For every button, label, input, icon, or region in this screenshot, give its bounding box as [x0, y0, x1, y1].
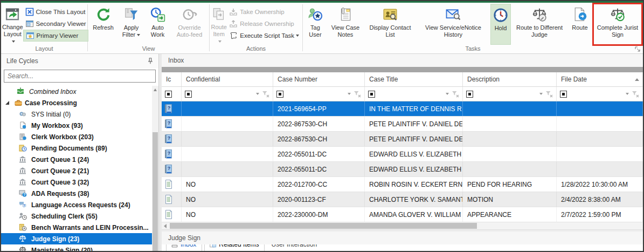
release-ownership-button[interactable]: Release Ownership: [227, 18, 301, 30]
tree-item-label: Bench Warrants and LEIN Processin...: [31, 224, 149, 231]
tag-user-button[interactable]: Tag User: [304, 4, 327, 45]
table-row[interactable]: 2022-055011-DC EDWARD ELLIS V. ELIZABETH…: [162, 162, 643, 177]
complete-jurist-sign-button[interactable]: Complete Jurist Sign: [593, 4, 642, 45]
secondary-viewer-icon: [25, 19, 34, 28]
tab-inbox[interactable]: Inbox: [166, 244, 202, 252]
override-auto-feed-button[interactable]: Override Auto-feed: [171, 4, 208, 45]
override-auto-feed-icon: [182, 6, 198, 23]
auto-work-button[interactable]: Auto Work: [146, 4, 170, 45]
tree-item-label: Court Queue 1 (24): [31, 156, 89, 164]
display-contact-list-button[interactable]: Display Contact List: [364, 4, 416, 45]
table-row[interactable]: 2021-569654-PP IN THE MATTER OF DENNIS R: [162, 101, 643, 117]
hold-button[interactable]: Hold: [490, 4, 511, 45]
table-row[interactable]: 2022-867530-CH PETE PLAINTIFF V. DANIEL …: [162, 117, 643, 132]
related-items-icon: [209, 244, 217, 248]
tree-item-judge-sign[interactable]: Judge Sign (23): [1, 233, 152, 244]
scrollbar-thumb[interactable]: [153, 132, 158, 252]
view-service-enotice-history-button[interactable]: View Service/eNotice History: [418, 4, 489, 45]
execute-script-task-button[interactable]: Execute Script Task: [227, 30, 301, 42]
tree-item-language-access-requests[interactable]: Language Access Requests (24): [1, 199, 152, 210]
tree-item-court-queue-1[interactable]: Court Queue 1 (24): [1, 154, 152, 165]
tree-item-magistrate-sign[interactable]: Magistrate Sign (20): [1, 244, 152, 252]
change-layout-button[interactable]: Change Layout: [2, 4, 23, 45]
column-header-file-date[interactable]: File Date: [557, 72, 643, 86]
route-item-button[interactable]: Route Item: [211, 4, 227, 45]
column-header-case-number[interactable]: Case Number: [273, 72, 365, 86]
scroll-left-arrow-icon[interactable]: [164, 224, 167, 228]
filter-operator-box[interactable]: [165, 91, 172, 98]
speech-bubbles-icon: [18, 200, 27, 209]
monitor-question-icon: [18, 189, 27, 197]
tree-item-sys-initial[interactable]: SYS Initial (0): [1, 108, 152, 120]
filter-dropdown-caret[interactable]: [348, 93, 351, 95]
clear-filter-icon[interactable]: [262, 91, 269, 98]
route-item-label: Route Item: [211, 24, 226, 37]
filter-operator-box[interactable]: [368, 91, 375, 98]
column-header-icon[interactable]: Ic: [162, 72, 182, 86]
script-icon: [229, 31, 238, 40]
column-header-case-title[interactable]: Case Title: [365, 72, 463, 86]
clear-filter-icon[interactable]: [452, 91, 459, 98]
tab-user-interaction[interactable]: User Interaction: [267, 244, 322, 252]
table-row[interactable]: NO 2022-230000-DM AMANDA GLOVER V. WILLI…: [162, 207, 643, 222]
override-auto-feed-label: Override Auto-feed: [171, 24, 208, 38]
tree-item-case-processing[interactable]: Case Processing: [1, 97, 152, 108]
clear-filter-icon[interactable]: [354, 91, 361, 98]
search-input[interactable]: [4, 72, 155, 80]
scroll-up-arrow-icon[interactable]: [154, 88, 157, 91]
tree-item-scheduling-clerk[interactable]: Scheduling Clerk (55): [1, 210, 152, 222]
tree-item-pending-documents[interactable]: Pending Documents (89): [1, 142, 152, 154]
auto-work-icon: [150, 6, 166, 23]
filter-operator-box[interactable]: [560, 91, 567, 98]
view-case-notes-label: View Case Notes: [328, 24, 363, 38]
take-ownership-button[interactable]: Take Ownership: [227, 6, 301, 18]
filter-dropdown-caret[interactable]: [256, 93, 259, 95]
question-doc-icon: [164, 164, 173, 174]
close-this-layout-button[interactable]: Close This Layout: [23, 6, 88, 18]
scrollbar-thumb[interactable]: [170, 223, 477, 229]
secondary-viewer-button[interactable]: Secondary Viewer: [23, 18, 88, 30]
tree-item-court-queue-2[interactable]: Court Queue 2 (21): [1, 165, 152, 176]
filter-operator-box[interactable]: [185, 91, 192, 98]
tree-item-my-workbox[interactable]: My Workbox (93): [1, 120, 152, 131]
apply-filter-button[interactable]: Apply Filter: [119, 4, 144, 45]
tree-item-bench-warrants[interactable]: Bench Warrants and LEIN Processin...: [1, 222, 152, 233]
tree-item-combined-inbox[interactable]: Combined Inbox: [1, 86, 152, 97]
horizontal-scrollbar[interactable]: [162, 222, 643, 230]
tag-user-label: Tag User: [304, 24, 327, 38]
life-cycles-title: Life Cycles: [6, 57, 38, 65]
expander-icon[interactable]: [5, 101, 9, 105]
view-case-notes-button[interactable]: View Case Notes: [328, 4, 363, 45]
refresh-button[interactable]: Refresh: [89, 4, 117, 45]
table-row[interactable]: 2022-055011-DC EDWARD ELLIS V. ELIZABETH…: [162, 147, 643, 162]
tree-item-ada-requests[interactable]: ADA Requests (38): [1, 188, 152, 199]
filter-operator-box[interactable]: [466, 91, 473, 98]
tab-related-items[interactable]: Related Items: [204, 244, 265, 252]
table-row[interactable]: NO 2022-012700-CC ROBIN ROSIN V. ECKERT …: [162, 177, 643, 192]
table-row[interactable]: NO 2020-001123-CF CHARLOTTE YORK V. SAMA…: [162, 192, 643, 207]
chevron-down-icon: [137, 34, 140, 36]
filter-dropdown-caret[interactable]: [626, 93, 629, 95]
scales-icon: [18, 246, 27, 252]
tree-item-clerk-workbox[interactable]: Clerk Workbox (203): [1, 131, 152, 142]
route-item-icon: [211, 6, 227, 22]
tree-item-court-queue-3[interactable]: Court Queue 3 (32): [1, 176, 152, 188]
sidebar-scrollbar[interactable]: [152, 86, 158, 252]
filter-dropdown-caret[interactable]: [446, 93, 449, 95]
dialog-launcher-icon[interactable]: [634, 46, 641, 52]
secondary-viewer-label: Secondary Viewer: [36, 21, 86, 27]
route-to-different-judge-button[interactable]: Route to Different Judge: [513, 4, 566, 45]
take-ownership-icon: [229, 8, 238, 16]
pin-icon[interactable]: [147, 57, 154, 65]
route-button[interactable]: Route: [568, 4, 592, 45]
clear-filter-icon[interactable]: [632, 91, 639, 98]
table-row[interactable]: 2022-867530-CH PETE PLAINTIFF V. DANIEL …: [162, 132, 643, 147]
tasks-group-label: Tasks: [304, 45, 642, 53]
clear-filter-icon[interactable]: [545, 91, 553, 98]
primary-viewer-button[interactable]: Primary Viewer: [23, 30, 88, 42]
column-header-description[interactable]: Description: [463, 72, 557, 86]
column-header-confidential[interactable]: Confidential: [182, 72, 273, 86]
filter-dropdown-caret[interactable]: [539, 93, 543, 95]
sort-ascending-icon: [635, 78, 639, 81]
filter-operator-box[interactable]: [276, 91, 283, 98]
